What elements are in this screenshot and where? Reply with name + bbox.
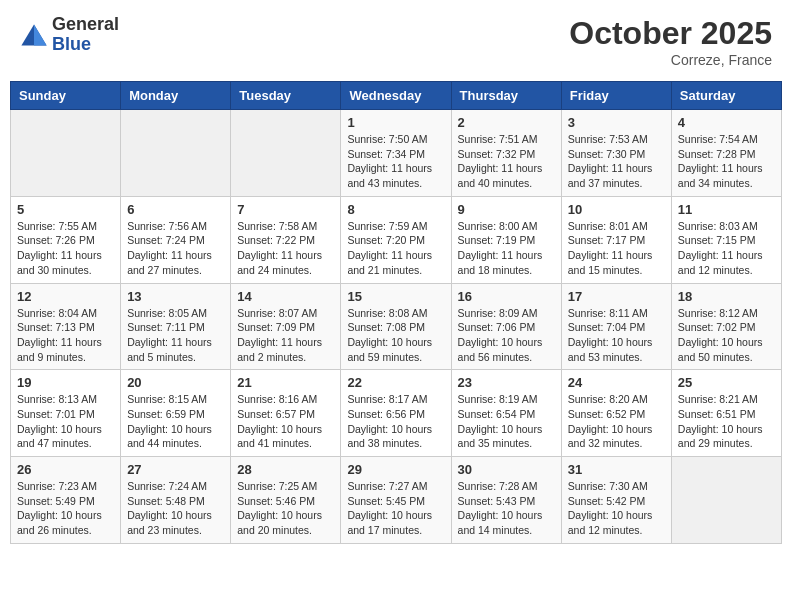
day-info: Sunrise: 8:01 AM Sunset: 7:17 PM Dayligh… [568,219,665,278]
calendar-cell: 16Sunrise: 8:09 AM Sunset: 7:06 PM Dayli… [451,283,561,370]
day-number: 27 [127,462,224,477]
day-number: 31 [568,462,665,477]
day-number: 13 [127,289,224,304]
month-title: October 2025 [569,15,772,52]
calendar-cell: 9Sunrise: 8:00 AM Sunset: 7:19 PM Daylig… [451,196,561,283]
calendar-cell: 6Sunrise: 7:56 AM Sunset: 7:24 PM Daylig… [121,196,231,283]
calendar-cell: 22Sunrise: 8:17 AM Sunset: 6:56 PM Dayli… [341,370,451,457]
day-number: 10 [568,202,665,217]
day-number: 1 [347,115,444,130]
day-info: Sunrise: 7:24 AM Sunset: 5:48 PM Dayligh… [127,479,224,538]
day-info: Sunrise: 7:25 AM Sunset: 5:46 PM Dayligh… [237,479,334,538]
calendar-cell: 29Sunrise: 7:27 AM Sunset: 5:45 PM Dayli… [341,457,451,544]
day-info: Sunrise: 7:58 AM Sunset: 7:22 PM Dayligh… [237,219,334,278]
day-of-week-header: Tuesday [231,82,341,110]
day-number: 11 [678,202,775,217]
svg-marker-1 [34,24,47,45]
day-number: 29 [347,462,444,477]
calendar-cell: 27Sunrise: 7:24 AM Sunset: 5:48 PM Dayli… [121,457,231,544]
day-number: 19 [17,375,114,390]
day-info: Sunrise: 8:21 AM Sunset: 6:51 PM Dayligh… [678,392,775,451]
calendar-week-row: 5Sunrise: 7:55 AM Sunset: 7:26 PM Daylig… [11,196,782,283]
day-info: Sunrise: 7:30 AM Sunset: 5:42 PM Dayligh… [568,479,665,538]
calendar-cell: 8Sunrise: 7:59 AM Sunset: 7:20 PM Daylig… [341,196,451,283]
day-of-week-header: Thursday [451,82,561,110]
day-info: Sunrise: 7:27 AM Sunset: 5:45 PM Dayligh… [347,479,444,538]
calendar-cell: 13Sunrise: 8:05 AM Sunset: 7:11 PM Dayli… [121,283,231,370]
day-info: Sunrise: 7:50 AM Sunset: 7:34 PM Dayligh… [347,132,444,191]
calendar-week-row: 12Sunrise: 8:04 AM Sunset: 7:13 PM Dayli… [11,283,782,370]
day-info: Sunrise: 8:00 AM Sunset: 7:19 PM Dayligh… [458,219,555,278]
day-info: Sunrise: 8:19 AM Sunset: 6:54 PM Dayligh… [458,392,555,451]
day-number: 22 [347,375,444,390]
calendar-cell [121,110,231,197]
logo-text: General Blue [52,15,119,55]
day-of-week-header: Friday [561,82,671,110]
calendar-week-row: 1Sunrise: 7:50 AM Sunset: 7:34 PM Daylig… [11,110,782,197]
day-info: Sunrise: 7:56 AM Sunset: 7:24 PM Dayligh… [127,219,224,278]
calendar-cell: 23Sunrise: 8:19 AM Sunset: 6:54 PM Dayli… [451,370,561,457]
day-number: 12 [17,289,114,304]
day-info: Sunrise: 7:23 AM Sunset: 5:49 PM Dayligh… [17,479,114,538]
calendar-cell: 7Sunrise: 7:58 AM Sunset: 7:22 PM Daylig… [231,196,341,283]
calendar-cell: 28Sunrise: 7:25 AM Sunset: 5:46 PM Dayli… [231,457,341,544]
logo-icon [20,21,48,49]
day-info: Sunrise: 8:20 AM Sunset: 6:52 PM Dayligh… [568,392,665,451]
day-info: Sunrise: 8:07 AM Sunset: 7:09 PM Dayligh… [237,306,334,365]
calendar-cell [231,110,341,197]
day-number: 5 [17,202,114,217]
day-of-week-header: Wednesday [341,82,451,110]
logo: General Blue [20,15,119,55]
day-info: Sunrise: 8:13 AM Sunset: 7:01 PM Dayligh… [17,392,114,451]
day-info: Sunrise: 7:55 AM Sunset: 7:26 PM Dayligh… [17,219,114,278]
calendar-week-row: 26Sunrise: 7:23 AM Sunset: 5:49 PM Dayli… [11,457,782,544]
day-info: Sunrise: 8:03 AM Sunset: 7:15 PM Dayligh… [678,219,775,278]
calendar-cell: 25Sunrise: 8:21 AM Sunset: 6:51 PM Dayli… [671,370,781,457]
day-info: Sunrise: 8:16 AM Sunset: 6:57 PM Dayligh… [237,392,334,451]
day-number: 15 [347,289,444,304]
calendar-table: SundayMondayTuesdayWednesdayThursdayFrid… [10,81,782,544]
calendar-cell: 17Sunrise: 8:11 AM Sunset: 7:04 PM Dayli… [561,283,671,370]
calendar-cell: 26Sunrise: 7:23 AM Sunset: 5:49 PM Dayli… [11,457,121,544]
calendar-cell: 5Sunrise: 7:55 AM Sunset: 7:26 PM Daylig… [11,196,121,283]
calendar-cell: 20Sunrise: 8:15 AM Sunset: 6:59 PM Dayli… [121,370,231,457]
calendar-cell: 11Sunrise: 8:03 AM Sunset: 7:15 PM Dayli… [671,196,781,283]
day-info: Sunrise: 8:17 AM Sunset: 6:56 PM Dayligh… [347,392,444,451]
day-number: 3 [568,115,665,130]
day-number: 9 [458,202,555,217]
day-number: 30 [458,462,555,477]
day-info: Sunrise: 8:15 AM Sunset: 6:59 PM Dayligh… [127,392,224,451]
day-number: 6 [127,202,224,217]
day-number: 24 [568,375,665,390]
calendar-cell: 19Sunrise: 8:13 AM Sunset: 7:01 PM Dayli… [11,370,121,457]
day-info: Sunrise: 8:05 AM Sunset: 7:11 PM Dayligh… [127,306,224,365]
calendar-week-row: 19Sunrise: 8:13 AM Sunset: 7:01 PM Dayli… [11,370,782,457]
calendar-cell: 4Sunrise: 7:54 AM Sunset: 7:28 PM Daylig… [671,110,781,197]
day-number: 16 [458,289,555,304]
calendar-cell: 14Sunrise: 8:07 AM Sunset: 7:09 PM Dayli… [231,283,341,370]
calendar-cell: 30Sunrise: 7:28 AM Sunset: 5:43 PM Dayli… [451,457,561,544]
day-info: Sunrise: 8:08 AM Sunset: 7:08 PM Dayligh… [347,306,444,365]
day-info: Sunrise: 7:28 AM Sunset: 5:43 PM Dayligh… [458,479,555,538]
page-header: General Blue October 2025 Correze, Franc… [10,10,782,73]
calendar-cell: 31Sunrise: 7:30 AM Sunset: 5:42 PM Dayli… [561,457,671,544]
day-number: 17 [568,289,665,304]
calendar-cell: 24Sunrise: 8:20 AM Sunset: 6:52 PM Dayli… [561,370,671,457]
calendar-cell: 1Sunrise: 7:50 AM Sunset: 7:34 PM Daylig… [341,110,451,197]
title-block: October 2025 Correze, France [569,15,772,68]
day-info: Sunrise: 8:11 AM Sunset: 7:04 PM Dayligh… [568,306,665,365]
day-number: 7 [237,202,334,217]
calendar-header-row: SundayMondayTuesdayWednesdayThursdayFrid… [11,82,782,110]
day-number: 28 [237,462,334,477]
day-number: 23 [458,375,555,390]
day-of-week-header: Monday [121,82,231,110]
day-info: Sunrise: 7:51 AM Sunset: 7:32 PM Dayligh… [458,132,555,191]
calendar-cell: 10Sunrise: 8:01 AM Sunset: 7:17 PM Dayli… [561,196,671,283]
day-number: 8 [347,202,444,217]
calendar-cell: 12Sunrise: 8:04 AM Sunset: 7:13 PM Dayli… [11,283,121,370]
calendar-cell: 2Sunrise: 7:51 AM Sunset: 7:32 PM Daylig… [451,110,561,197]
calendar-cell: 15Sunrise: 8:08 AM Sunset: 7:08 PM Dayli… [341,283,451,370]
location: Correze, France [569,52,772,68]
calendar-cell: 21Sunrise: 8:16 AM Sunset: 6:57 PM Dayli… [231,370,341,457]
day-info: Sunrise: 7:53 AM Sunset: 7:30 PM Dayligh… [568,132,665,191]
